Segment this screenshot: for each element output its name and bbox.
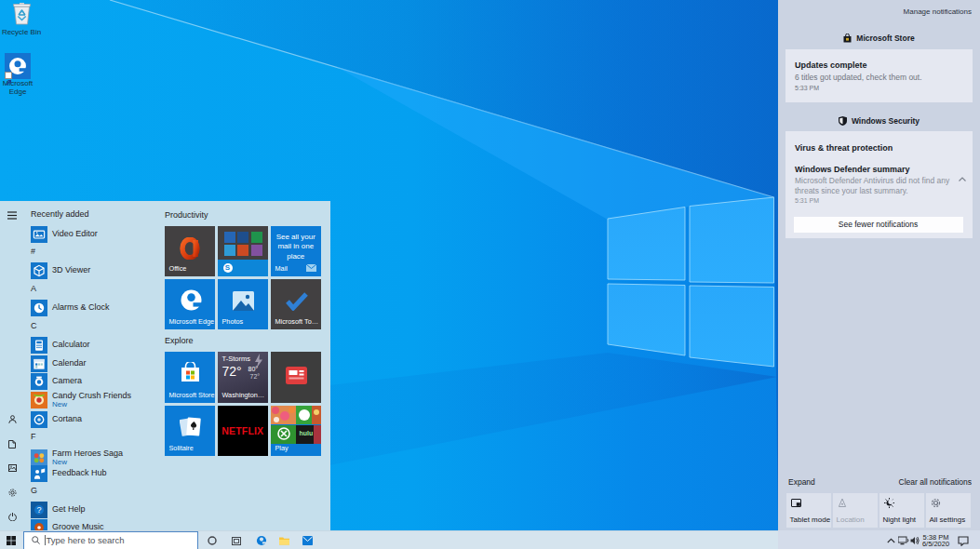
svg-text:?: ?: [36, 505, 41, 515]
